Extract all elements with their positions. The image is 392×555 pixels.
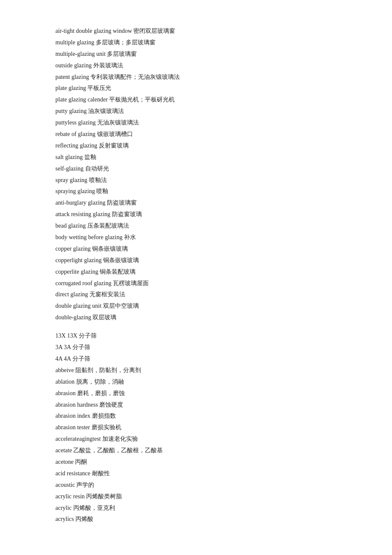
list-item: acrylic 丙烯酸，亚克利 bbox=[55, 503, 337, 514]
list-item: spray glazing 喷釉法 bbox=[55, 175, 337, 186]
list-item: copperlight glazing 铜条嵌镶玻璃 bbox=[55, 255, 337, 266]
list-item: salt glazing 盐釉 bbox=[55, 152, 337, 163]
list-item: abrasion hardness 磨蚀硬度 bbox=[55, 399, 337, 410]
list-item: corrugated roof glazing 瓦楞玻璃屋面 bbox=[55, 278, 337, 289]
list-item: anti-burglary glazing 防盗玻璃窗 bbox=[55, 197, 337, 208]
list-item: puttyless glazing 无油灰镶玻璃法 bbox=[55, 117, 337, 128]
section-materials: 13X 13X 分子筛3A 3A 分子筛4A 4A 分子筛abbeive 阻黏剂… bbox=[55, 330, 337, 525]
list-item: copperlite glazing 铜条装配玻璃 bbox=[55, 266, 337, 278]
list-item: 4A 4A 分子筛 bbox=[55, 353, 337, 364]
list-item: reflecting glazing 反射窗玻璃 bbox=[55, 140, 337, 151]
list-item: copper glazing 铜条嵌镶玻璃 bbox=[55, 243, 337, 254]
list-item: putty glazing 油灰镶玻璃法 bbox=[55, 106, 337, 117]
list-item: multiple-glazing unit 多层玻璃窗 bbox=[55, 49, 337, 60]
section-spacer bbox=[55, 324, 337, 330]
list-item: plate glazing 平板压光 bbox=[55, 83, 337, 94]
list-item: self-glazing 自动研光 bbox=[55, 163, 337, 174]
list-item: body wetting before glazing 补水 bbox=[55, 232, 337, 243]
list-item: double glazing unit 双层中空玻璃 bbox=[55, 301, 337, 312]
list-item: abrasion 磨耗，磨损，磨蚀 bbox=[55, 388, 337, 399]
list-item: bead glazing 压条装配玻璃法 bbox=[55, 220, 337, 231]
list-item: air-tight double glazing window 密闭双层玻璃窗 bbox=[55, 26, 337, 37]
list-item: multiple glazing 多层玻璃；多层玻璃窗 bbox=[55, 37, 337, 48]
list-item: accelerateagingtest 加速老化实验 bbox=[55, 434, 337, 445]
list-item: plate glazing calender 平板抛光机；平板砑光机 bbox=[55, 94, 337, 105]
list-item: ablation 脱离，切除，消融 bbox=[55, 376, 337, 387]
list-item: rebate of glazing 镶嵌玻璃槽口 bbox=[55, 129, 337, 140]
list-item: double-glazing 双层玻璃 bbox=[55, 312, 337, 323]
list-item: abrasion index 磨损指数 bbox=[55, 410, 337, 422]
list-item: acrylic resin 丙烯酸类树脂 bbox=[55, 491, 337, 502]
list-item: acoustic 声学的 bbox=[55, 480, 337, 491]
main-content: air-tight double glazing window 密闭双层玻璃窗m… bbox=[0, 0, 392, 551]
list-item: acetate 乙酸盐，乙酸酯，乙酸根，乙酸基 bbox=[55, 445, 337, 456]
list-item: spraying glazing 喷釉 bbox=[55, 186, 337, 197]
list-item: 13X 13X 分子筛 bbox=[55, 330, 337, 341]
list-item: attack resisting glazing 防盗窗玻璃 bbox=[55, 209, 337, 220]
list-item: acetone 丙酮 bbox=[55, 457, 337, 468]
list-item: abrasion tester 磨损实验机 bbox=[55, 422, 337, 433]
list-item: abbeive 阻黏剂，防黏剂，分离剂 bbox=[55, 365, 337, 376]
list-item: outside glazing 外装玻璃法 bbox=[55, 60, 337, 71]
list-item: acrylics 丙烯酸 bbox=[55, 514, 337, 525]
list-item: direct glazing 无窗框安装法 bbox=[55, 289, 337, 300]
list-item: acid resistance 耐酸性 bbox=[55, 468, 337, 479]
list-item: 3A 3A 分子筛 bbox=[55, 342, 337, 353]
section-glazing: air-tight double glazing window 密闭双层玻璃窗m… bbox=[55, 26, 337, 323]
list-item: patent glazing 专利装玻璃配件；无油灰镶玻璃法 bbox=[55, 72, 337, 83]
